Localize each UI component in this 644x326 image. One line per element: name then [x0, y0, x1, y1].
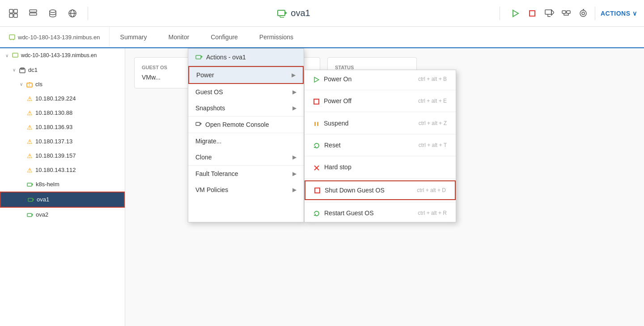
svg-rect-21	[9, 35, 15, 39]
submenu-item-power-off[interactable]: Power Off ctrl + alt + E	[305, 92, 456, 110]
context-menus-overlay: Actions - ova1 Power ▶ Guest OS ▶ Snapsh…	[188, 48, 456, 222]
menu-item-migrate[interactable]: Migrate...	[188, 133, 304, 149]
submenu-power-on-label: Power On	[324, 75, 352, 83]
svg-marker-36	[201, 55, 203, 58]
svg-rect-42	[317, 122, 318, 126]
menu-item-vm-policies-label: VM Policies	[195, 186, 228, 193]
sidebar-item-host[interactable]: ∨ wdc-10-180-143-139.nimbus.en	[0, 48, 125, 63]
restart-icon	[314, 209, 320, 217]
migrate-icon[interactable]	[560, 7, 572, 20]
power-submenu: Power On ctrl + alt + B Power Off ctrl +…	[304, 70, 456, 222]
submenu-reset-label: Reset	[324, 142, 341, 149]
tab-configure[interactable]: Configure	[200, 27, 249, 48]
tab-permissions[interactable]: Permissions	[249, 27, 304, 48]
actions-chevron-icon: ∨	[632, 10, 637, 17]
submenu-suspend-label: Suspend	[324, 120, 348, 127]
menu-item-power-left: Power	[196, 71, 214, 79]
sidebar-item-vm1[interactable]: ⚠ 10.180.129.224	[0, 92, 125, 106]
submenu-hard-stop-label: Hard stop	[324, 163, 352, 171]
submenu-item-reset-left: Reset	[314, 142, 341, 149]
svg-rect-31	[28, 198, 33, 201]
power-off-icon[interactable]	[526, 7, 538, 20]
menu-item-clone-label: Clone	[195, 154, 212, 161]
host-breadcrumb[interactable]: wdc-10-180-143-139.nimbus.en	[0, 27, 110, 47]
sidebar-item-cls[interactable]: ∨ ! cls	[0, 77, 125, 92]
submenu-item-power-on[interactable]: Power On ctrl + alt + B	[305, 70, 456, 88]
svg-rect-35	[196, 55, 201, 59]
menu-item-power[interactable]: Power ▶	[188, 66, 304, 84]
submenu-item-hard-stop[interactable]: Hard stop	[305, 158, 456, 176]
svg-marker-34	[32, 213, 33, 216]
database-icon[interactable]	[47, 7, 59, 20]
menu-item-clone[interactable]: Clone ▶	[188, 149, 304, 165]
actions-button[interactable]: ACTIONS ∨	[601, 10, 637, 17]
vm6-icon: ⚠	[27, 167, 33, 174]
svg-rect-0	[9, 9, 13, 13]
sidebar-item-vm5[interactable]: ⚠ 10.180.139.157	[0, 149, 125, 163]
sidebar-ova2-label: ova2	[36, 211, 48, 218]
top-toolbar: ova1 ACTIONS ∨	[0, 0, 644, 27]
snapshot-icon[interactable]	[577, 7, 589, 20]
sidebar-item-vm6[interactable]: ⚠ 10.180.143.112	[0, 163, 125, 177]
submenu-restart-shortcut: ctrl + alt + R	[418, 210, 447, 216]
submenu-item-suspend-left: Suspend	[314, 119, 348, 127]
power-on-icon[interactable]	[509, 7, 521, 20]
vm-action-icons	[509, 7, 589, 20]
ova2-icon	[27, 211, 33, 218]
menu-item-fault-tolerance[interactable]: Fault Tolerance ▶	[188, 166, 304, 182]
sidebar-item-k8s[interactable]: k8s-helm	[0, 177, 125, 192]
sidebar-item-vm3[interactable]: ⚠ 10.180.136.93	[0, 120, 125, 134]
submenu-item-reset[interactable]: Reset ctrl + alt + T	[305, 136, 456, 154]
menu-item-remote-console-left: Open Remote Console	[195, 121, 269, 128]
tabs-bar: wdc-10-180-143-139.nimbus.en Summary Mon…	[0, 27, 644, 48]
tab-summary[interactable]: Summary	[110, 27, 158, 48]
svg-rect-5	[30, 13, 37, 15]
submenu-power-off-shortcut: ctrl + alt + E	[418, 98, 447, 104]
tab-monitor-label: Monitor	[168, 33, 189, 41]
menu-item-vm-policies[interactable]: VM Policies ▶	[188, 182, 304, 198]
menu-item-power-label: Power	[196, 71, 214, 79]
sidebar-item-vm4[interactable]: ⚠ 10.180.137.13	[0, 134, 125, 149]
svg-rect-45	[315, 188, 320, 193]
actions-label: ACTIONS	[601, 10, 631, 17]
sidebar-item-ova2[interactable]: ova2	[0, 208, 125, 222]
toolbar-separator-1	[88, 7, 88, 20]
svg-rect-3	[14, 14, 17, 17]
menu-item-guest-os[interactable]: Guest OS ▶	[188, 84, 304, 100]
svg-rect-24	[13, 53, 18, 57]
svg-point-20	[582, 12, 585, 15]
menu-item-vm-policies-arrow: ▶	[292, 187, 297, 193]
submenu-item-shutdown[interactable]: Shut Down Guest OS ctrl + alt + D	[305, 180, 456, 200]
svg-rect-29	[27, 183, 32, 186]
vm1-icon: ⚠	[27, 95, 33, 102]
svg-rect-13	[530, 11, 535, 16]
sub-separator-4	[305, 156, 456, 156]
svg-marker-30	[32, 183, 33, 186]
menu-item-snapshots[interactable]: Snapshots ▶	[188, 100, 304, 116]
back-nav-icon[interactable]	[7, 7, 20, 20]
submenu-item-hard-stop-left: Hard stop	[314, 163, 352, 171]
hard-stop-icon	[314, 163, 320, 171]
tab-monitor[interactable]: Monitor	[157, 27, 200, 48]
svg-rect-40	[314, 99, 319, 104]
menu-item-remote-console[interactable]: Open Remote Console	[188, 117, 304, 133]
menu-item-guest-os-arrow: ▶	[292, 89, 297, 95]
submenu-restart-label: Restart Guest OS	[324, 209, 373, 217]
vm2-icon: ⚠	[27, 109, 33, 117]
tab-summary-label: Summary	[120, 33, 147, 41]
menu-item-guest-os-left: Guest OS	[195, 88, 223, 96]
sidebar-item-ova1[interactable]: ova1	[0, 192, 125, 208]
submenu-item-restart[interactable]: Restart Guest OS ctrl + alt + R	[305, 204, 456, 222]
svg-rect-10	[278, 10, 285, 16]
layers-icon[interactable]	[27, 7, 39, 20]
sidebar-vm1-label: 10.180.129.224	[35, 95, 76, 102]
sidebar-item-vm2[interactable]: ⚠ 10.180.130.88	[0, 106, 125, 120]
menu-item-fault-tolerance-left: Fault Tolerance	[195, 170, 238, 177]
vm-title-icon	[277, 8, 287, 18]
remote-console-icon[interactable]	[543, 7, 555, 20]
svg-rect-37	[196, 122, 200, 125]
network-icon[interactable]	[66, 7, 79, 20]
submenu-item-suspend[interactable]: Suspend ctrl + alt + Z	[305, 114, 456, 132]
power-on-icon	[314, 75, 319, 82]
sidebar-item-dc1[interactable]: ∨ dc1	[0, 63, 125, 77]
